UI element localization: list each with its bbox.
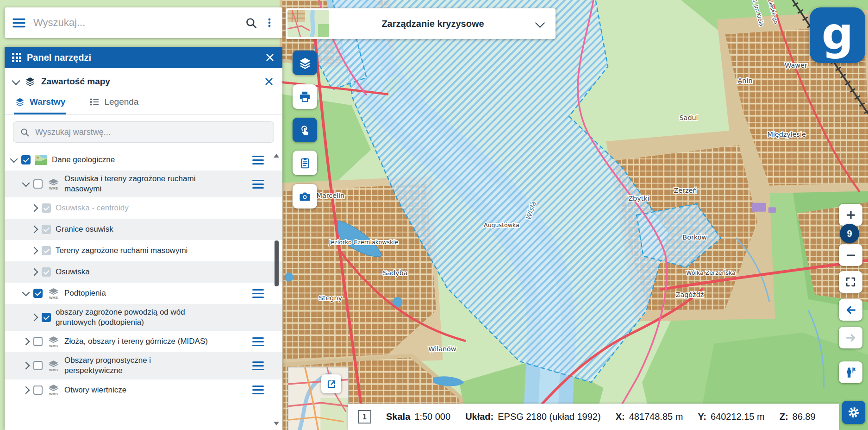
layer-expander-icon[interactable] <box>31 247 38 255</box>
crs-readout: Układ: EPSG 2180 (układ 1992) <box>465 411 601 422</box>
close-icon <box>265 52 275 63</box>
layer-checkbox[interactable] <box>42 225 51 234</box>
close-map-content-button[interactable] <box>264 76 274 87</box>
layer-checkbox[interactable] <box>42 313 51 322</box>
layer-expander-icon[interactable] <box>22 338 30 346</box>
map-content-header: Zawartość mapy <box>5 68 282 93</box>
layer-checkbox[interactable] <box>33 386 43 395</box>
layer-row[interactable]: Osuwiska - centroidy <box>5 197 282 219</box>
report-location-button[interactable] <box>839 361 862 383</box>
report-tool-button[interactable] <box>293 151 317 175</box>
layer-row[interactable]: WMSOsuwiska i tereny zagrożone ruchami m… <box>5 171 282 197</box>
zoom-in-button[interactable] <box>839 204 862 226</box>
layer-expander-icon[interactable] <box>31 226 38 234</box>
next-view-button[interactable] <box>839 327 862 348</box>
map-place-label: Augustówka <box>484 221 519 228</box>
layer-label: Osuwiska i tereny zagrożone ruchami maso… <box>64 174 208 194</box>
layer-menu-icon[interactable] <box>252 289 264 298</box>
layer-checkbox[interactable] <box>33 337 43 346</box>
scale-label: Skala <box>386 411 410 422</box>
layer-row[interactable]: Dane geologiczne <box>5 149 282 171</box>
map-place-label: Stegny <box>319 294 343 302</box>
layer-row[interactable]: WMSOtwory wiertnicze <box>5 379 282 401</box>
map-content-tabs: Warstwy Legenda <box>5 93 282 115</box>
geoportal-g-icon: g <box>810 7 865 63</box>
layer-tree: Dane geologiczneWMSOsuwiska i tereny zag… <box>5 149 282 430</box>
scroll-down-arrow[interactable] <box>274 422 279 425</box>
layer-checkbox[interactable] <box>33 179 43 189</box>
layer-row[interactable]: Granice osuwisk <box>5 219 282 240</box>
coord-z-value: 86.89 <box>793 411 816 422</box>
fullscreen-button[interactable] <box>839 271 862 293</box>
previous-view-button[interactable] <box>839 299 862 321</box>
tools-panel: Panel narzędzi Zawartość mapy <box>5 47 282 430</box>
layer-menu-icon[interactable] <box>252 180 264 189</box>
screenshot-tool-button[interactable] <box>293 184 317 209</box>
layer-checkbox[interactable] <box>42 267 51 277</box>
layer-checkbox[interactable] <box>21 155 31 164</box>
main-menu-button[interactable] <box>12 17 26 29</box>
crs-label: Układ: <box>465 411 493 422</box>
person-flag-icon <box>844 366 857 379</box>
map-content-title: Zawartość mapy <box>41 76 110 87</box>
expand-minimap-button[interactable] <box>321 374 341 393</box>
scroll-up-arrow[interactable] <box>274 154 279 158</box>
layer-expander-icon[interactable] <box>10 155 18 163</box>
layer-expander-icon[interactable] <box>22 179 30 187</box>
close-tools-panel-button[interactable] <box>265 52 275 63</box>
layer-expander-icon[interactable] <box>31 268 38 276</box>
layer-menu-icon[interactable] <box>252 386 264 394</box>
zoom-out-button[interactable] <box>839 244 862 266</box>
close-icon <box>264 76 274 87</box>
layer-menu-icon[interactable] <box>252 361 264 370</box>
layer-expander-icon[interactable] <box>31 204 38 212</box>
layer-menu-icon[interactable] <box>252 337 264 346</box>
layer-menu-icon[interactable] <box>252 156 264 164</box>
collapse-chevron-icon[interactable] <box>12 76 20 85</box>
layer-row[interactable]: WMSZłoża, obszary i tereny górnicze (MID… <box>5 331 282 352</box>
layer-label: Otwory wiertnicze <box>64 385 126 395</box>
layer-expander-icon[interactable] <box>31 314 38 322</box>
more-options-button[interactable] <box>264 17 275 29</box>
search-icon <box>245 17 257 29</box>
search-button[interactable] <box>245 17 257 29</box>
layer-label: Tereny zagrożone ruchami masowymi <box>56 246 187 256</box>
layer-checkbox[interactable] <box>42 203 51 213</box>
map-content-layers-icon <box>25 76 36 87</box>
legend-list-icon <box>89 97 100 107</box>
profile-thumbnail <box>287 10 329 37</box>
layer-row[interactable]: obszary zagrożone powodzią od wód grunto… <box>5 304 282 331</box>
layer-label: Złoża, obszary i tereny górnicze (MIDAS) <box>64 336 208 347</box>
layer-expander-icon[interactable] <box>22 289 30 297</box>
search-input[interactable] <box>32 16 238 29</box>
layer-search-input[interactable] <box>34 127 267 138</box>
scale-value[interactable]: 1:50 000 <box>414 411 450 422</box>
identify-tool-button[interactable] <box>293 118 317 142</box>
layer-row[interactable]: Osuwiska <box>5 261 282 283</box>
layer-checkbox[interactable] <box>33 289 43 298</box>
profile-selector[interactable]: Zarządzanie kryzysowe <box>286 8 556 39</box>
coord-x-value: 481748.85 m <box>629 411 683 422</box>
layer-checkbox[interactable] <box>33 361 43 370</box>
clipboard-icon <box>299 157 311 169</box>
geoportal-logo[interactable]: g <box>810 7 865 63</box>
settings-button[interactable] <box>842 401 865 424</box>
layers-tool-button[interactable] <box>293 51 317 75</box>
tab-warstwy[interactable]: Warstwy <box>14 93 66 114</box>
layer-row[interactable]: WMSPodtopienia <box>5 283 282 304</box>
apps-grid-icon <box>12 53 21 62</box>
coord-z-readout: Z: 86.89 <box>780 411 816 422</box>
tab-label: Legenda <box>104 97 138 107</box>
layer-expander-icon[interactable] <box>22 362 30 370</box>
layer-checkbox[interactable] <box>42 246 51 255</box>
layer-row[interactable]: WMSObszary prognostyczne i perspektywicz… <box>5 352 282 379</box>
tab-legenda[interactable]: Legenda <box>88 93 139 114</box>
layer-row[interactable]: Tereny zagrożone ruchami masowymi <box>5 240 282 261</box>
zoom-level-badge: 9 <box>840 224 859 243</box>
layer-expander-icon[interactable] <box>22 386 30 394</box>
crs-value[interactable]: EPSG 2180 (układ 1992) <box>498 411 600 422</box>
scrollbar-thumb[interactable] <box>275 240 279 286</box>
map-place-label: Marcelin <box>317 192 345 199</box>
print-tool-button[interactable] <box>293 84 317 109</box>
search-icon <box>20 127 30 137</box>
